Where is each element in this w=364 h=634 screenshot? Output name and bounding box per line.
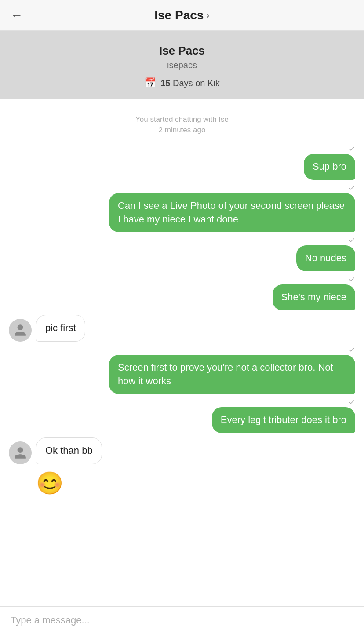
bubble-wrap: Sup bro [304, 145, 355, 180]
read-indicator [348, 276, 355, 283]
header-title[interactable]: Ise Pacs › [154, 8, 209, 22]
emoji-message: 😊 [36, 470, 355, 496]
chevron-right-icon: › [206, 10, 209, 21]
read-indicator [348, 145, 355, 152]
chat-start-notice: You started chatting with Ise [9, 115, 355, 124]
bubble-wrap: Screen first to prove you're not a colle… [109, 346, 355, 394]
profile-days-on-kik: 📅 15 Days on Kik [144, 77, 220, 89]
message-row: She's my niece [9, 276, 355, 310]
message-bubble: Screen first to prove you're not a colle… [109, 355, 355, 394]
chat-time: 2 minutes ago [9, 126, 355, 135]
bubble-wrap: Ok than bb [36, 437, 102, 464]
bubble-wrap: She's my niece [273, 276, 356, 310]
bubble-wrap: No nudes [296, 237, 355, 271]
read-indicator [348, 184, 355, 191]
avatar [9, 319, 32, 342]
message-bubble: Every legit tributer does it bro [212, 407, 355, 433]
message-row: Can I see a Live Photo of your second sc… [9, 184, 355, 233]
read-indicator [348, 346, 355, 353]
message-bubble: Can I see a Live Photo of your second sc… [109, 193, 355, 233]
bubble-wrap: Every legit tributer does it bro [212, 398, 355, 433]
profile-section: Ise Pacs isepacs 📅 15 Days on Kik [0, 31, 364, 99]
message-bubble: pic first [36, 315, 85, 342]
read-indicator [348, 237, 355, 244]
message-row: Every legit tributer does it bro [9, 398, 355, 433]
message-bubble: Ok than bb [36, 437, 102, 464]
avatar [9, 441, 32, 464]
message-bubble: She's my niece [273, 284, 356, 310]
message-row: Sup bro [9, 145, 355, 180]
read-indicator [348, 398, 355, 405]
message-bubble: No nudes [296, 245, 355, 271]
calendar-icon: 📅 [144, 77, 156, 89]
message-bubble: Sup bro [304, 154, 355, 180]
chat-header: ← Ise Pacs › [0, 0, 364, 31]
message-row: Screen first to prove you're not a colle… [9, 346, 355, 394]
bubble-wrap: pic first [36, 315, 85, 342]
back-button[interactable]: ← [11, 8, 23, 22]
message-row: Ok than bb [9, 437, 355, 464]
profile-username: isepacs [167, 60, 197, 70]
message-input-bar[interactable]: Type a message... [0, 606, 364, 634]
message-row: pic first [9, 315, 355, 342]
message-row: No nudes [9, 237, 355, 271]
message-input-placeholder[interactable]: Type a message... [11, 615, 90, 626]
days-count: 15 Days on Kik [160, 78, 220, 88]
profile-name: Ise Pacs [159, 44, 205, 58]
bubble-wrap: Can I see a Live Photo of your second sc… [109, 184, 355, 233]
contact-name: Ise Pacs [154, 8, 204, 22]
chat-area: You started chatting with Ise 2 minutes … [0, 99, 364, 606]
